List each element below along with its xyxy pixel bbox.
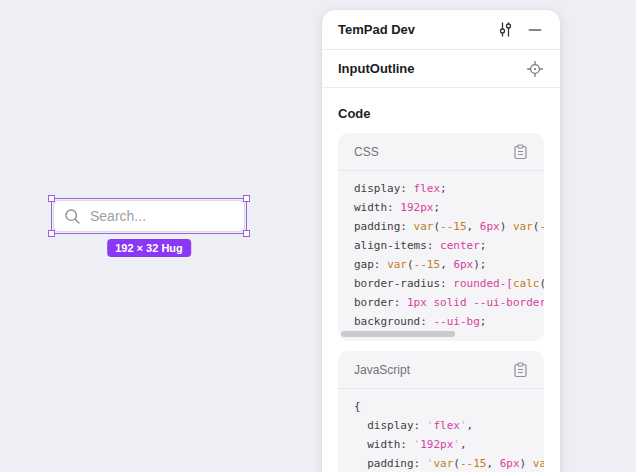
search-input[interactable]: Search...	[53, 200, 245, 232]
code-line: align-items: center;	[354, 236, 544, 255]
code-line: padding: var(--15, 6px) var(--15, 6px)	[354, 217, 544, 236]
selection-handle-sw[interactable]	[48, 230, 55, 237]
code-line: display: 'flex',	[354, 416, 544, 435]
js-code-block: JavaScript { display: 'flex', width: '19…	[338, 351, 544, 472]
locate-icon[interactable]	[525, 59, 545, 79]
component-name: InputOutline	[338, 61, 525, 76]
component-row: InputOutline	[322, 50, 560, 88]
code-line: background: --ui-bg;	[354, 312, 544, 331]
copy-icon[interactable]	[510, 142, 530, 162]
selected-component[interactable]: Search... 192 × 32 Hug	[51, 198, 247, 234]
code-line: {	[354, 397, 544, 416]
code-line: padding: 'var(--15, 6px) var(--15, 6px)'…	[354, 454, 544, 472]
code-line: width: 192px;	[354, 198, 544, 217]
css-block-label: CSS	[354, 145, 510, 159]
js-block-header: JavaScript	[338, 351, 544, 389]
js-code: { display: 'flex', width: '192px', paddi…	[338, 389, 544, 472]
code-line: width: '192px',	[354, 435, 544, 454]
copy-icon[interactable]	[510, 360, 530, 380]
panel-content: Code CSS display: flex;width: 192px;padd…	[322, 88, 560, 472]
minimize-icon[interactable]	[525, 20, 545, 40]
panel-header: TemPad Dev	[322, 10, 560, 50]
css-code: display: flex;width: 192px;padding: var(…	[338, 171, 544, 341]
code-line: border: 1px solid --ui-border-color;	[354, 293, 544, 312]
selection-handle-nw[interactable]	[48, 195, 55, 202]
panel-title: TemPad Dev	[338, 22, 495, 37]
code-line: display: flex;	[354, 179, 544, 198]
sliders-icon[interactable]	[495, 20, 515, 40]
css-horizontal-scrollbar[interactable]	[341, 331, 455, 337]
js-block-label: JavaScript	[354, 363, 510, 377]
search-placeholder: Search...	[90, 208, 146, 224]
tempad-dev-panel: TemPad Dev InputOutline	[322, 10, 560, 472]
code-line: border-radius: rounded-[calc(var(--radiu…	[354, 274, 544, 293]
css-code-block: CSS display: flex;width: 192px;padding: …	[338, 133, 544, 341]
css-block-header: CSS	[338, 133, 544, 171]
selection-handle-se[interactable]	[243, 230, 250, 237]
code-section-title: Code	[338, 106, 544, 121]
code-line: gap: var(--15, 6px);	[354, 255, 544, 274]
selection-handle-ne[interactable]	[243, 195, 250, 202]
search-icon	[64, 208, 81, 225]
size-badge: 192 × 32 Hug	[107, 239, 191, 257]
